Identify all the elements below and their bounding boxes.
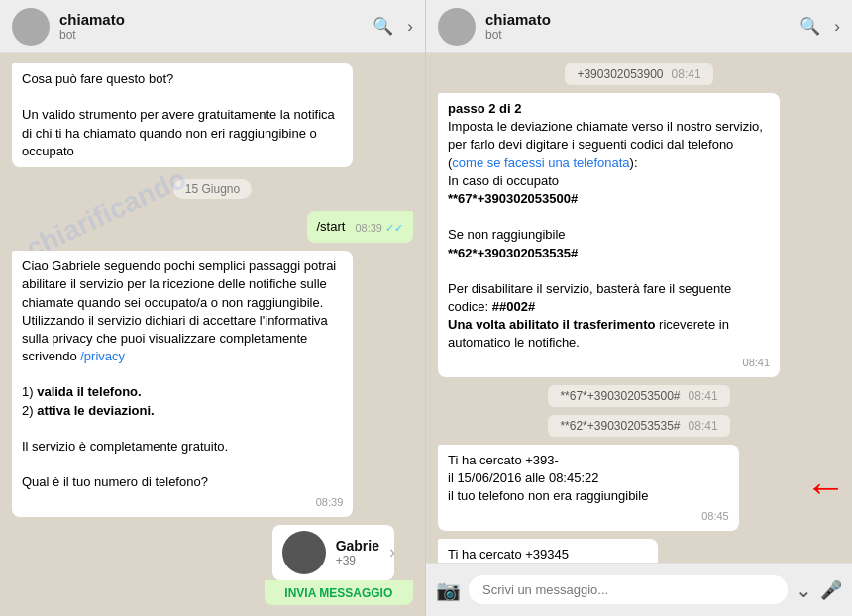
code-text: **67*+390302053500# <box>560 389 680 403</box>
left-chat-panel: chiamato bot 🔍 › Cosa può fare questo bo… <box>0 0 426 616</box>
left-chat-subtitle: bot <box>59 28 373 42</box>
contact-info: Gabrie +39 <box>336 538 379 567</box>
left-header-info: chiamato bot <box>59 11 373 42</box>
message-input[interactable] <box>469 575 788 604</box>
code-center-msg-1: **67*+390302053500# 08:41 <box>548 385 729 407</box>
contact-card-wrapper: Gabrie +39 › INVIA MESSAGGIO <box>265 525 413 605</box>
forward-icon[interactable]: › <box>834 17 840 37</box>
contact-action-label: INVIA MESSAGGIO <box>284 586 392 600</box>
message-time: 08:41 <box>448 356 770 370</box>
message-text: Ti ha cercato +39345 il 15/06/2016 alle … <box>448 547 648 563</box>
contact-avatar <box>282 531 326 574</box>
left-chat-title: chiamato <box>59 11 373 28</box>
message-time: 08:45 <box>448 509 729 524</box>
left-chat-body: Cosa può fare questo bot?Un valido strum… <box>0 53 425 616</box>
camera-icon[interactable]: 📷 <box>436 578 461 602</box>
contact-action-bar[interactable]: INVIA MESSAGGIO <box>265 580 413 605</box>
left-header: chiamato bot 🔍 › <box>0 0 425 53</box>
chevron-down-icon: › <box>389 542 395 563</box>
message-bubble: Ti ha cercato +39345 il 15/06/2016 alle … <box>438 539 658 563</box>
contact-card[interactable]: Gabrie +39 › <box>272 525 394 580</box>
right-chat-subtitle: bot <box>485 28 799 42</box>
forward-icon[interactable]: › <box>407 17 413 37</box>
contact-phone: +39 <box>336 554 379 567</box>
message-text: Cosa può fare questo bot?Un valido strum… <box>22 71 335 158</box>
message-time: 08:39 <box>22 495 343 510</box>
message-bubble: Ti ha cercato +393- il 15/06/2016 alle 0… <box>438 445 739 531</box>
right-avatar <box>438 8 476 46</box>
right-chat-footer: 📷 ⌄ 🎤 <box>426 563 852 616</box>
left-avatar <box>12 8 50 46</box>
phone-number: +390302053900 <box>577 67 663 81</box>
message-bubble: passo 2 di 2 Imposta le deviazione chiam… <box>438 93 780 377</box>
message-text: /start <box>317 218 346 236</box>
right-header: chiamato bot 🔍 › <box>426 0 852 53</box>
search-icon[interactable]: 🔍 <box>799 16 820 37</box>
code-time: 08:41 <box>689 419 718 433</box>
code-time: 08:41 <box>689 389 718 403</box>
right-chat-title: chiamato <box>485 11 799 28</box>
right-chat-panel: chiamato bot 🔍 › +390302053900 08:41 pas… <box>426 0 852 616</box>
notification-wrapper-1: Ti ha cercato +393- il 15/06/2016 alle 0… <box>438 445 792 531</box>
privacy-link[interactable]: /privacy <box>80 349 125 363</box>
message-bubble: /start 08:39 ✓✓ <box>307 211 414 243</box>
microphone-icon[interactable]: 🎤 <box>820 579 842 601</box>
contact-actions: › <box>389 542 395 563</box>
message-text: passo 2 di 2 Imposta le deviazione chiam… <box>448 101 763 350</box>
phone-center-msg: +390302053900 08:41 <box>565 63 712 85</box>
message-time: 08:39 ✓✓ <box>355 221 403 236</box>
contact-name: Gabrie <box>336 538 379 554</box>
right-header-icons: 🔍 › <box>799 16 840 37</box>
right-chat-body: +390302053900 08:41 passo 2 di 2 Imposta… <box>426 53 852 563</box>
code-text: **62*+390302053535# <box>560 419 680 433</box>
search-icon[interactable]: 🔍 <box>373 16 393 37</box>
left-header-icons: 🔍 › <box>373 16 413 37</box>
message-text: Ciao Gabriele seguendo pochi semplici pa… <box>22 258 336 489</box>
red-arrow-icon: ← <box>804 463 846 511</box>
message-text: Ti ha cercato +393- il 15/06/2016 alle 0… <box>448 453 648 503</box>
phone-time: 08:41 <box>672 67 701 81</box>
message-bubble: Cosa può fare questo bot?Un valido strum… <box>12 63 353 167</box>
date-divider: 15 Giugno <box>173 179 252 199</box>
code-center-msg-2: **62*+390302053535# 08:41 <box>548 415 729 437</box>
message-bubble: Ciao Gabriele seguendo pochi semplici pa… <box>12 251 353 517</box>
right-header-info: chiamato bot <box>485 11 799 42</box>
chevron-down-icon[interactable]: ⌄ <box>796 578 812 602</box>
